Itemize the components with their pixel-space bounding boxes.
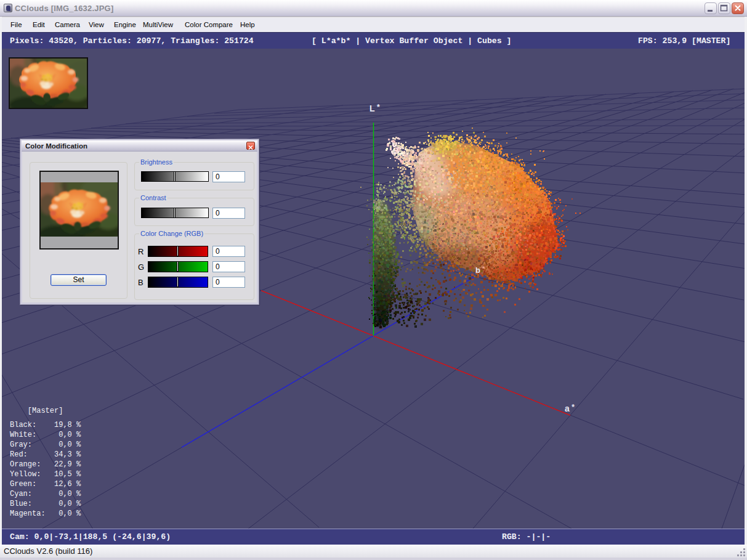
svg-text:L *: L * [369, 103, 380, 113]
